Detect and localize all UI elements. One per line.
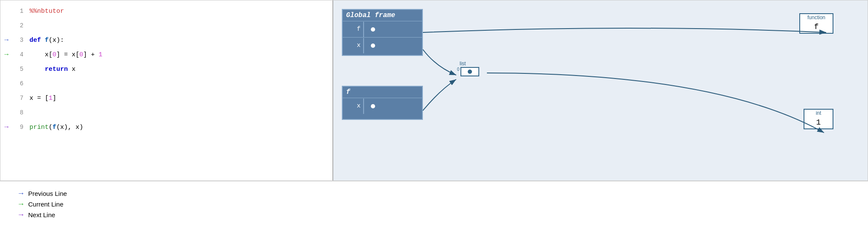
legend-panel: → Previous Line → Current Line → Next Li…: [0, 181, 868, 227]
line-num-6: 6: [12, 80, 28, 87]
global-frame-row-f: f: [343, 21, 422, 37]
code-line-9: → 9 print(f(x), x): [0, 120, 332, 134]
curr-arrow: →: [0, 51, 12, 58]
legend-next-label: Next Line: [28, 211, 55, 218]
f-frame: f x: [342, 86, 423, 120]
line-num-2: 2: [12, 22, 28, 29]
legend-blue-arrow: →: [17, 189, 25, 198]
global-label-x: x: [343, 42, 363, 49]
code-line-3: → 3 def f(x):: [0, 33, 332, 47]
diagram-panel: Global frame f x f x: [333, 0, 868, 180]
fn-name: f: [45, 37, 49, 44]
global-cell-x: [363, 38, 382, 53]
line-num-3: 3: [12, 37, 28, 44]
code-line-6: 6: [0, 76, 332, 91]
list-cells: 0: [457, 67, 479, 76]
kw-print: print: [29, 124, 49, 131]
line-content-4: x[0] = x[0] + 1: [28, 51, 332, 58]
function-type-label: function: [800, 14, 833, 21]
legend-purple-arrow: →: [17, 210, 25, 219]
code-line-1: 1 %%nbtutor: [0, 4, 332, 18]
code-line-7: 7 x = [1]: [0, 91, 332, 105]
function-obj: function f: [799, 13, 833, 34]
legend-green-arrow: →: [17, 200, 25, 209]
kw-def: def: [29, 37, 45, 44]
prev-arrow: →: [0, 36, 12, 44]
line-num-5: 5: [12, 66, 28, 73]
line-content-1: %%nbtutor: [28, 8, 332, 15]
line-num-7: 7: [12, 95, 28, 102]
int-obj: int 1: [804, 109, 833, 129]
code-line-5: 5 return x: [0, 62, 332, 76]
code-line-4: → 4 x[0] = x[0] + 1: [0, 47, 332, 62]
f-cell-x: [363, 99, 382, 114]
line-num-8: 8: [12, 109, 28, 116]
code-line-8: 8: [0, 105, 332, 120]
list-cell-0: [460, 67, 479, 76]
kw-return: return: [45, 66, 72, 73]
legend-next-line: → Next Line: [17, 210, 851, 219]
legend-prev-line: → Previous Line: [17, 189, 851, 198]
legend-curr-line: → Current Line: [17, 200, 851, 209]
int-value: 1: [804, 116, 833, 128]
global-frame: Global frame f x: [342, 9, 423, 56]
f-label-x: x: [343, 102, 363, 110]
line-num-4: 4: [12, 51, 28, 58]
var-assign: x = [1]: [29, 95, 56, 102]
global-frame-row-x: x: [343, 37, 422, 53]
int-type-label: int: [804, 110, 833, 116]
global-cell-f: [363, 22, 382, 37]
global-frame-title: Global frame: [343, 10, 422, 21]
line-content-9: print(f(x), x): [28, 124, 332, 131]
function-value: f: [800, 21, 833, 33]
paren: (x):: [49, 37, 64, 44]
f-frame-row-x: x: [343, 98, 422, 114]
code-line-2: 2: [0, 18, 332, 33]
list-index-labels: 0: [457, 67, 460, 76]
line-content-7: x = [1]: [28, 95, 332, 102]
legend-curr-label: Current Line: [28, 201, 64, 208]
var-x2: x: [72, 66, 76, 73]
line-content-5: return x: [28, 66, 332, 73]
list-obj-container: list 0: [457, 60, 479, 76]
next-arrow: →: [0, 123, 12, 131]
legend-prev-label: Previous Line: [28, 190, 67, 197]
f-frame-title: f: [343, 87, 422, 98]
magic-text: %%nbtutor: [29, 8, 64, 15]
code-panel: 1 %%nbtutor 2 → 3 def f(x): → 4 x[0] = x…: [0, 0, 333, 180]
var-x: x[0] = x[0] + 1: [45, 51, 102, 58]
list-type-label: list: [457, 60, 479, 67]
list-idx-0: 0: [457, 67, 460, 72]
global-label-f: f: [343, 26, 363, 33]
line-num-1: 1: [12, 8, 28, 15]
line-content-3: def f(x):: [28, 37, 332, 44]
line-num-9: 9: [12, 124, 28, 131]
fn-call: f: [52, 124, 56, 131]
